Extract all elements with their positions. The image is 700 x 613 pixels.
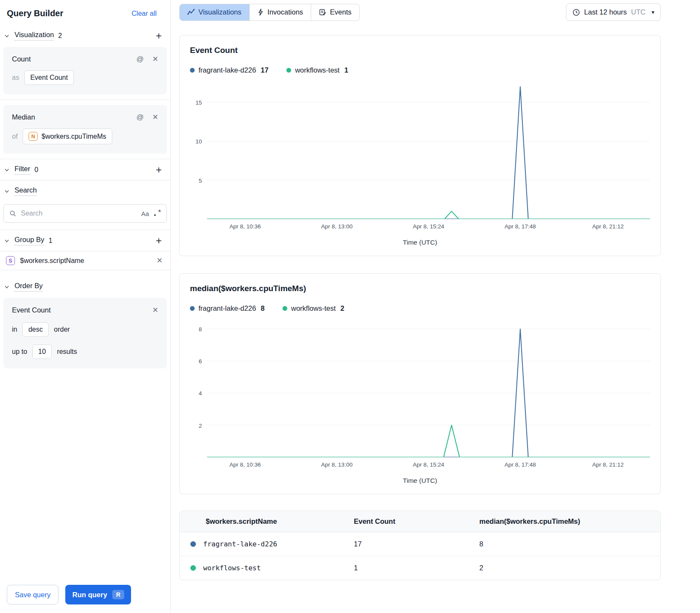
table-row: fragrant-lake-d226178 [180, 532, 660, 556]
order-by-field-label[interactable]: Event Count [12, 306, 51, 314]
median-cpu-chart-card: median($workers.cpuTimeMs) fragrant-lake… [179, 273, 661, 494]
tab-label: Events [330, 8, 351, 16]
visualization-type-label[interactable]: Count [12, 55, 31, 63]
legend-item[interactable]: workflows-test 2 [283, 304, 344, 312]
x-tick-label: Apr 8, 10:36 [229, 223, 261, 230]
remove-group-by-icon[interactable]: ✕ [157, 256, 163, 265]
x-axis-labels: Apr 8, 10:36Apr 8, 13:00Apr 8, 15:24Apr … [207, 223, 650, 232]
remove-visualization-icon[interactable]: ✕ [152, 113, 158, 122]
chevron-down-icon[interactable] [3, 166, 10, 173]
legend-item[interactable]: fragrant-lake-d226 8 [190, 304, 265, 312]
chevron-down-icon[interactable] [3, 237, 10, 244]
group-by-item[interactable]: S $workers.scriptName ✕ [0, 251, 170, 270]
chart-legend: fragrant-lake-d226 8 workflows-test 2 [190, 304, 650, 312]
alias-chip[interactable]: Event Count [24, 70, 74, 85]
series-value: 8 [261, 304, 265, 312]
search-input[interactable] [21, 210, 137, 217]
events-log-icon [319, 9, 326, 16]
legend-item[interactable]: workflows-test 1 [286, 66, 348, 74]
series-color-dot [283, 306, 287, 311]
chart-legend: fragrant-lake-d226 17 workflows-test 1 [190, 66, 650, 74]
sort-direction-chip[interactable]: desc [22, 322, 49, 337]
legend-item[interactable]: fragrant-lake-d226 17 [190, 66, 268, 74]
filter-section-label[interactable]: Filter [15, 165, 30, 175]
page-title: Query Builder [7, 9, 63, 18]
chevron-down-icon[interactable] [3, 283, 10, 290]
field-chip-label: $workers.cpuTimeMs [41, 133, 106, 140]
chevron-down-icon[interactable] [3, 32, 10, 39]
run-query-button[interactable]: Run query R [65, 585, 131, 604]
filter-count: 0 [35, 166, 38, 174]
tab-invocations[interactable]: Invocations [250, 4, 311, 20]
table-body: fragrant-lake-d226178workflows-test12 [180, 532, 660, 580]
chevron-down-icon[interactable] [3, 188, 10, 195]
add-filter-button[interactable]: + [156, 166, 162, 174]
group-by-section-header: Group By 1 + [0, 230, 170, 251]
up-to-label: up to [12, 348, 27, 356]
visualization-type-label[interactable]: Median [12, 113, 35, 121]
series-value: 17 [261, 66, 268, 74]
x-tick-label: Apr 8, 15:24 [413, 223, 444, 230]
match-case-icon[interactable]: Aa [141, 210, 149, 217]
x-tick-label: Apr 8, 13:00 [321, 461, 353, 468]
series-color-dot [286, 68, 291, 73]
script-name: fragrant-lake-d226 [203, 540, 277, 548]
order-label: order [54, 326, 70, 333]
search-section-header: Search [0, 181, 170, 201]
order-by-section-label[interactable]: Order By [15, 282, 43, 292]
y-tick-label: 4 [198, 390, 202, 397]
visualization-card-count: Count @ ✕ as Event Count [3, 47, 167, 94]
result-limit-chip[interactable]: 10 [32, 344, 52, 359]
visualization-section-label[interactable]: Visualization [15, 31, 54, 41]
group-by-section-label[interactable]: Group By [15, 236, 44, 245]
column-header: $workers.scriptName [180, 517, 354, 525]
remove-order-by-icon[interactable]: ✕ [152, 306, 158, 315]
search-section-label[interactable]: Search [15, 186, 37, 196]
script-name-cell: workflows-test [180, 564, 354, 572]
results-label: results [57, 348, 77, 356]
tab-events[interactable]: Events [311, 4, 359, 20]
clear-all-link[interactable]: Clear all [131, 10, 157, 18]
chart-title: median($workers.cpuTimeMs) [190, 284, 650, 293]
time-range-dropdown[interactable]: Last 12 hours UTC ▾ [566, 3, 661, 21]
add-visualization-button[interactable]: + [156, 32, 162, 40]
x-axis-title: Time (UTC) [190, 239, 650, 246]
series-name: workflows-test [291, 304, 336, 312]
results-panel: Visualizations Invocations Events Last 1… [171, 0, 700, 613]
mention-icon[interactable]: @ [136, 55, 143, 64]
median-cell: 8 [479, 540, 660, 548]
regex-icon[interactable]: * [153, 210, 161, 217]
median-cell: 2 [479, 564, 660, 572]
remove-visualization-icon[interactable]: ✕ [152, 55, 158, 64]
tab-visualizations[interactable]: Visualizations [180, 4, 250, 20]
x-tick-label: Apr 8, 21:12 [592, 223, 624, 230]
save-query-button[interactable]: Save query [7, 585, 58, 604]
x-tick-label: Apr 8, 10:36 [229, 461, 261, 468]
mention-icon[interactable]: @ [136, 113, 143, 122]
y-axis-labels: 51015 [190, 83, 207, 219]
group-by-field-label: $workers.scriptName [20, 257, 84, 265]
y-tick-label: 15 [195, 99, 202, 105]
line-chart-plot[interactable] [207, 321, 650, 458]
add-group-by-button[interactable]: + [156, 237, 162, 245]
field-chip[interactable]: N $workers.cpuTimeMs [23, 128, 112, 144]
visualization-section-header: Visualization 2 + [0, 25, 170, 46]
tab-label: Visualizations [198, 8, 242, 16]
line-chart-plot[interactable] [207, 83, 650, 219]
x-tick-label: Apr 8, 17:48 [505, 223, 536, 230]
visualization-count: 2 [58, 32, 62, 40]
chart-title: Event Count [190, 46, 650, 55]
y-tick-label: 2 [198, 422, 202, 429]
chevron-down-icon: ▾ [651, 9, 654, 15]
visualization-card-median: Median @ ✕ of N $workers.cpuTimeMs [3, 105, 167, 154]
x-axis-title: Time (UTC) [190, 477, 650, 485]
script-name-cell: fragrant-lake-d226 [180, 540, 354, 548]
string-type-icon: S [6, 256, 15, 265]
number-type-icon: N [29, 132, 38, 141]
x-tick-label: Apr 8, 13:00 [321, 223, 353, 230]
query-builder-page: { "icons": { "at": "@", "close": "✕", "p… [0, 0, 700, 613]
table-header-row: $workers.scriptName Event Count median($… [180, 511, 660, 532]
results-tabs: Visualizations Invocations Events [179, 4, 360, 21]
as-label: as [12, 74, 19, 82]
order-by-section-header: Order By [0, 276, 170, 297]
